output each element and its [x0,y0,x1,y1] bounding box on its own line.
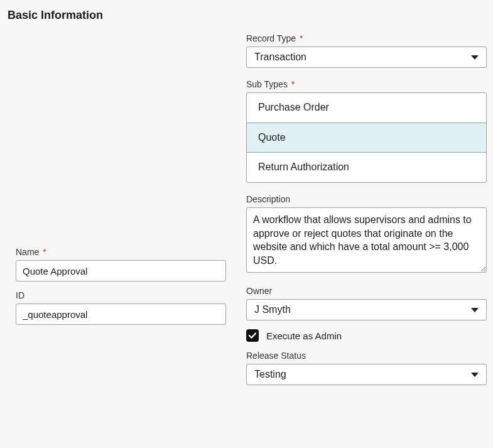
owner-label: Owner [246,286,487,296]
description-label: Description [246,194,487,204]
form-columns: Name * ID Record Type * Transaction Sub … [8,33,487,394]
record-type-field: Record Type * Transaction [246,33,487,68]
id-input[interactable] [16,303,226,325]
owner-value: J Smyth [254,304,291,315]
left-column: Name * ID [8,33,226,394]
section-title: Basic Information [8,9,487,22]
sub-types-option[interactable]: Purchase Order [247,93,486,123]
check-icon [248,331,257,340]
owner-field: Owner J Smyth [246,286,487,320]
release-status-field: Release Status Testing [246,351,487,385]
name-label-text: Name [16,247,39,257]
required-marker: * [300,33,303,43]
execute-as-admin-row: Execute as Admin [246,329,487,342]
chevron-down-icon [471,308,479,312]
right-column: Record Type * Transaction Sub Types * Pu… [246,33,487,394]
release-status-label: Release Status [246,351,487,361]
chevron-down-icon [471,373,479,377]
record-type-value: Transaction [254,52,306,63]
release-status-value: Testing [254,369,286,380]
sub-types-field: Sub Types * Purchase OrderQuoteReturn Au… [246,79,487,183]
sub-types-label-text: Sub Types [246,79,288,89]
owner-select[interactable]: J Smyth [246,299,487,320]
description-textarea[interactable] [246,207,487,273]
execute-as-admin-label: Execute as Admin [266,331,342,341]
id-label: ID [16,290,226,300]
name-field: Name * [16,247,226,281]
name-label: Name * [16,247,226,257]
record-type-label-text: Record Type [246,33,296,43]
sub-types-option[interactable]: Return Authorization [247,153,486,182]
name-input[interactable] [16,260,226,281]
sub-types-listbox[interactable]: Purchase OrderQuoteReturn Authorization [246,92,487,183]
release-status-select[interactable]: Testing [246,364,487,385]
sub-types-label: Sub Types * [246,79,487,89]
id-field: ID [16,290,226,325]
chevron-down-icon [471,55,479,60]
record-type-select[interactable]: Transaction [246,46,487,68]
sub-types-option[interactable]: Quote [247,123,486,153]
record-type-label: Record Type * [246,33,487,43]
execute-as-admin-checkbox[interactable] [246,329,259,342]
required-marker: * [43,247,46,257]
required-marker: * [291,79,295,89]
description-field: Description [246,194,487,275]
